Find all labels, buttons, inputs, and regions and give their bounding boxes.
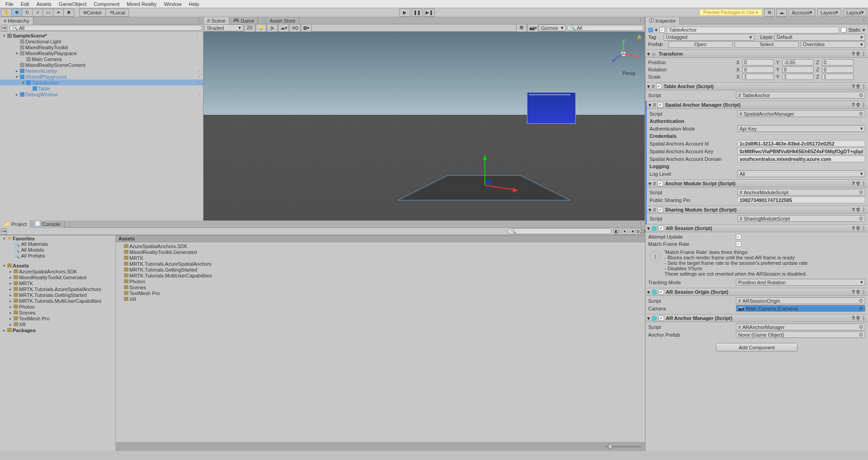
folder-item[interactable]: ▸ AzureSpatialAnchors.SDK [0, 268, 115, 274]
account-id-field[interactable] [737, 140, 865, 147]
project-filter-1[interactable]: ◧ [613, 228, 620, 235]
preview-packages-button[interactable]: Preview Packages in Use ▾ [699, 9, 762, 16]
rotation-y[interactable] [782, 66, 814, 73]
spatial-anchor-enabled[interactable]: ✓ [658, 102, 663, 108]
hierarchy-item[interactable]: Table [0, 85, 203, 91]
hierarchy-item[interactable]: ▾ SharedPlayground› [0, 74, 203, 80]
sharing-module-header[interactable]: ▾#✓ Sharing Module Script (Script) ?⚲⋮ [647, 206, 868, 214]
attempt-update-checkbox[interactable]: ✓ [736, 234, 741, 239]
scene-viewport[interactable]: 🔒 y x ◁ Persp [204, 32, 645, 221]
packages-header[interactable]: ▸ Packages [0, 327, 115, 333]
folder-item[interactable]: ▸ MRTK.Tutorials.AzureSpatialAnchors [0, 286, 115, 292]
gizmos-dropdown[interactable]: Gizmos▾ [539, 24, 566, 31]
table-anchor-header[interactable]: ▾#✓ Table Anchor (Script) ?⚲⋮ [645, 83, 868, 90]
menu-assets[interactable]: Assets [33, 0, 55, 8]
folder-item[interactable]: ▸ MRTK.Tutorials.MultiUserCapabilities [0, 298, 115, 304]
thumbnail-size-slider[interactable] [605, 446, 641, 447]
menu-mixedreality[interactable]: Mixed Reality [123, 0, 160, 8]
camera-field[interactable]: 📷Main Camera (Camera)⊙ [736, 305, 865, 312]
gameobject-active-checkbox[interactable]: ✓ [659, 27, 665, 33]
tag-dropdown[interactable]: Untagged▾ [664, 34, 754, 41]
spatial-anchor-mgr-header[interactable]: ▾#✓ Spatial Anchor Manager (Script) ?⚲⋮ [647, 101, 868, 109]
menu-gameobject[interactable]: GameObject [55, 0, 90, 8]
folder-item[interactable]: ▸ MRTK [0, 280, 115, 286]
project-create-button[interactable]: +▾ [1, 228, 7, 235]
component-menu-icon[interactable]: ⋮ [861, 181, 866, 187]
component-menu-icon[interactable]: ⋮ [861, 225, 866, 231]
inspector-menu-icon[interactable]: ⋮ [859, 18, 868, 23]
pivot-center-button[interactable]: ⊕Center [79, 9, 106, 17]
hierarchy-item[interactable]: ▾ MixedRealityPlayspace [0, 50, 203, 56]
game-tab[interactable]: 🎮Game [229, 17, 258, 24]
preset-icon[interactable]: ⚲ [856, 315, 860, 321]
component-menu-icon[interactable]: ⋮ [861, 315, 866, 321]
hierarchy-item[interactable]: ▸ DebugWindow› [0, 91, 203, 97]
asset-folder-item[interactable]: Photon [116, 278, 645, 284]
prefab-overrides-dropdown[interactable]: Overrides▾ [801, 41, 865, 48]
position-z[interactable] [822, 59, 854, 66]
hierarchy-item[interactable]: MixedRealityToolkit [0, 44, 203, 50]
project-hidden-count[interactable]: ⊘23 [638, 228, 644, 235]
help-icon[interactable]: ? [852, 102, 855, 108]
anchor-prefab-field[interactable]: None (Game Object)⊙ [736, 331, 865, 338]
hierarchy-search[interactable]: 🔍All [9, 25, 202, 31]
favorite-item[interactable]: 🔍 All Models [0, 247, 115, 253]
account-dropdown[interactable]: Account ▾ [788, 9, 816, 16]
asset-folder-item[interactable]: Scenes [116, 284, 645, 290]
grid-toggle[interactable]: ▦▾ [301, 24, 312, 32]
script-field[interactable]: #SpatialAnchorManager⊙ [737, 110, 865, 117]
hierarchy-item[interactable]: Main Camera [0, 56, 203, 62]
component-menu-icon[interactable]: ⋮ [861, 84, 866, 89]
rect-tool[interactable]: ▭ [43, 9, 53, 17]
script-field[interactable]: #ARAnchorManager⊙ [736, 324, 865, 330]
ar-session-origin-header[interactable]: ▾✓ AR Session Origin (Script) ?⚲⋮ [645, 288, 868, 296]
project-breadcrumb[interactable]: Assets [116, 235, 645, 242]
log-level-dropdown[interactable]: All▾ [737, 170, 865, 177]
scale-y[interactable] [782, 74, 814, 80]
menu-file[interactable]: File [2, 0, 17, 8]
asset-folder-item[interactable]: MRTK.Tutorials.MultiUserCapabilities [116, 272, 645, 278]
asset-folder-item[interactable]: AzureSpatialAnchors.SDK [116, 243, 645, 249]
preset-icon[interactable]: ⚲ [856, 207, 860, 213]
asset-folder-item[interactable]: MRTK.Tutorials.GettingStarted [116, 267, 645, 272]
tracking-mode-dropdown[interactable]: Position And Rotation▾ [736, 279, 865, 286]
static-checkbox[interactable] [841, 27, 846, 33]
layers-dropdown[interactable]: Layers ▾ [817, 9, 841, 16]
scene-row[interactable]: ▾ SampleScene*⋮ [0, 33, 203, 38]
scene-search[interactable]: 🔍All [567, 25, 644, 31]
cloud-button[interactable]: ☁ [776, 9, 787, 17]
project-filter-2[interactable]: ● [621, 228, 628, 235]
custom-tool[interactable]: ✖ [63, 9, 74, 17]
menu-edit[interactable]: Edit [17, 0, 33, 8]
component-menu-icon[interactable]: ⋮ [861, 51, 866, 57]
play-button[interactable]: ▶ [399, 9, 410, 17]
position-x[interactable] [742, 59, 774, 66]
hidden-toggle[interactable]: ⊘0 [289, 24, 300, 32]
audio-toggle[interactable]: 🔊 [267, 24, 278, 32]
help-icon[interactable]: ? [852, 181, 855, 187]
hierarchy-item[interactable]: ▾ TableAnchor› [0, 80, 203, 85]
hierarchy-item[interactable]: MixedRealitySceneContent [0, 62, 203, 68]
ar-anchor-enabled[interactable]: ✓ [659, 315, 664, 321]
preset-icon[interactable]: ⚲ [856, 51, 860, 57]
asset-store-tab[interactable]: 🛒Asset Store [258, 17, 299, 24]
rotation-x[interactable] [742, 66, 774, 73]
folder-item[interactable]: ▸ MixedRealityToolkit.Generated [0, 274, 115, 280]
help-icon[interactable]: ? [852, 289, 855, 295]
help-icon[interactable]: ? [852, 84, 855, 89]
help-icon[interactable]: ? [852, 225, 855, 231]
gameobject-name-field[interactable] [667, 27, 839, 33]
script-field[interactable]: #SharingModuleScript⊙ [737, 215, 865, 222]
help-icon[interactable]: ? [852, 315, 855, 321]
console-tab[interactable]: 📃Console [31, 221, 64, 228]
prefab-select-button[interactable]: Select [735, 41, 799, 48]
hierarchy-create-button[interactable]: +▾ [1, 25, 7, 31]
component-menu-icon[interactable]: ⋮ [861, 289, 866, 295]
prefab-open-button[interactable]: Open [668, 41, 733, 48]
rotation-z[interactable] [822, 66, 854, 73]
preset-icon[interactable]: ⚲ [856, 102, 860, 108]
step-button[interactable]: ▶❚ [424, 9, 435, 17]
tools-icon[interactable]: 🛠 [516, 24, 527, 32]
ar-origin-enabled[interactable]: ✓ [659, 289, 664, 295]
folder-item[interactable]: ▸ XR [0, 321, 115, 327]
